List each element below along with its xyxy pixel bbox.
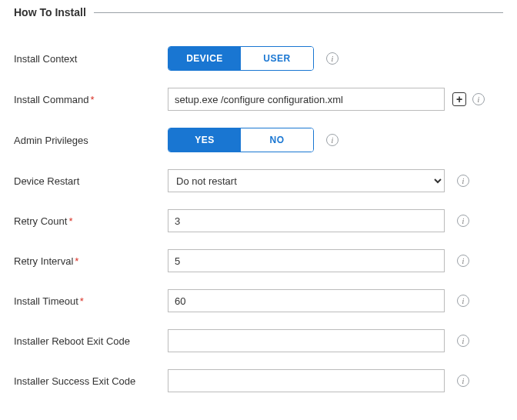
row-retry-count: Retry Count* i xyxy=(14,209,503,232)
label-admin-privileges: Admin Privileges xyxy=(14,135,168,146)
retry-interval-input[interactable] xyxy=(168,249,445,272)
admin-privileges-no-button[interactable]: NO xyxy=(241,128,313,152)
row-device-restart: Device Restart Do not restart i xyxy=(14,169,503,192)
retry-count-input[interactable] xyxy=(168,209,445,232)
info-icon[interactable]: i xyxy=(326,52,339,65)
label-retry-interval: Retry Interval* xyxy=(14,255,168,267)
info-icon[interactable]: i xyxy=(457,295,469,307)
install-context-device-button[interactable]: DEVICE xyxy=(168,47,241,70)
label-text: Retry Count xyxy=(14,215,67,227)
info-icon[interactable]: i xyxy=(457,215,469,227)
row-install-context: Install Context DEVICE USER i xyxy=(14,46,503,71)
admin-privileges-toggle: YES NO xyxy=(168,128,314,152)
info-icon[interactable]: i xyxy=(457,375,469,387)
required-marker: * xyxy=(80,295,84,307)
label-text: Install Timeout xyxy=(14,295,78,307)
label-install-timeout: Install Timeout* xyxy=(14,295,168,307)
admin-privileges-yes-button[interactable]: YES xyxy=(168,128,241,152)
row-admin-privileges: Admin Privileges YES NO i xyxy=(14,128,503,152)
success-exit-code-input[interactable] xyxy=(168,369,445,392)
label-text: Installer Success Exit Code xyxy=(14,375,135,387)
label-reboot-exit-code: Installer Reboot Exit Code xyxy=(14,335,168,347)
reboot-exit-code-input[interactable] xyxy=(168,329,445,352)
row-reboot-exit-code: Installer Reboot Exit Code i xyxy=(14,329,503,352)
label-install-context: Install Context xyxy=(14,53,168,65)
info-icon[interactable]: i xyxy=(457,175,469,187)
add-command-button[interactable]: + xyxy=(452,92,466,106)
install-context-toggle: DEVICE USER xyxy=(168,46,314,71)
section-header: How To Install xyxy=(14,6,503,18)
divider xyxy=(94,12,503,13)
row-retry-interval: Retry Interval* i xyxy=(14,249,503,272)
required-marker: * xyxy=(68,215,72,227)
install-timeout-input[interactable] xyxy=(168,289,445,312)
label-text: Admin Privileges xyxy=(14,135,88,146)
install-command-input[interactable] xyxy=(168,88,445,111)
label-text: Install Command xyxy=(14,94,89,105)
label-retry-count: Retry Count* xyxy=(14,215,168,227)
device-restart-select[interactable]: Do not restart xyxy=(168,169,445,192)
label-device-restart: Device Restart xyxy=(14,175,168,187)
install-context-user-button[interactable]: USER xyxy=(241,47,313,70)
label-text: Install Context xyxy=(14,53,77,65)
label-text: Device Restart xyxy=(14,175,79,187)
info-icon[interactable]: i xyxy=(326,134,339,146)
section-title: How To Install xyxy=(14,6,94,18)
info-icon[interactable]: i xyxy=(457,335,469,347)
required-marker: * xyxy=(75,255,78,267)
row-install-timeout: Install Timeout* i xyxy=(14,289,503,312)
label-success-exit-code: Installer Success Exit Code xyxy=(14,375,168,387)
info-icon[interactable]: i xyxy=(472,93,485,105)
label-text: Retry Interval xyxy=(14,255,73,267)
label-text: Installer Reboot Exit Code xyxy=(14,335,130,347)
label-install-command: Install Command* xyxy=(14,94,168,105)
required-marker: * xyxy=(91,94,95,105)
row-success-exit-code: Installer Success Exit Code i xyxy=(14,369,503,392)
row-install-command: Install Command* + i xyxy=(14,88,503,111)
info-icon[interactable]: i xyxy=(457,255,469,267)
